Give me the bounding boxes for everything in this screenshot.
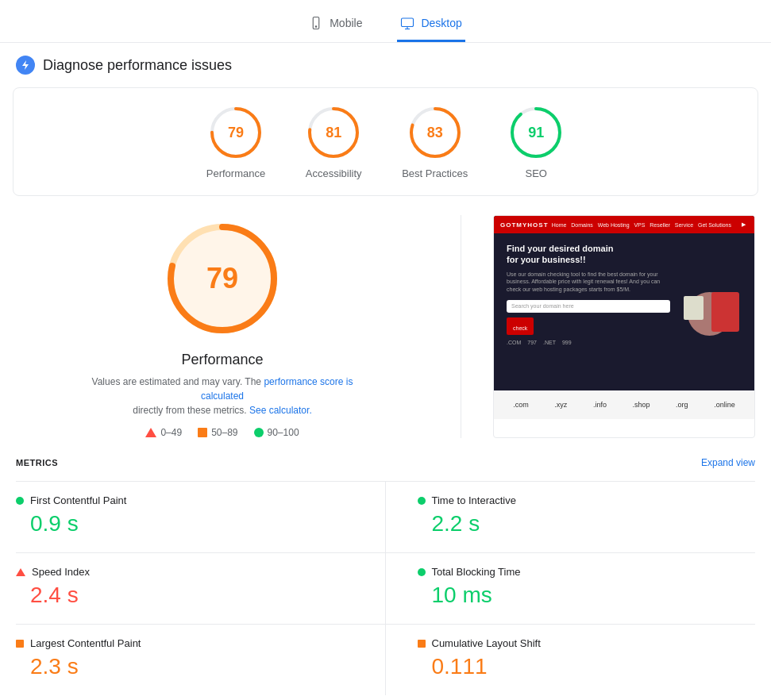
lightning-icon [20, 60, 31, 71]
performance-section-title: Performance [181, 352, 263, 368]
score-label-best-practices: Best Practices [402, 167, 468, 179]
tab-mobile[interactable]: Mobile [306, 10, 365, 42]
screenshot-search: Search your domain here [507, 300, 670, 313]
expand-view-button[interactable]: Expand view [701, 457, 755, 468]
metric-si-header: Speed Index [16, 566, 353, 578]
screenshot-cta-btn: ▶ [738, 220, 750, 229]
legend-average-range: 50–89 [211, 427, 237, 438]
screenshot-btn-text: check [513, 325, 527, 331]
metric-lcp-indicator [16, 640, 24, 648]
svg-point-1 [315, 26, 317, 28]
metric-fcp-value: 0.9 s [16, 511, 353, 537]
metric-fcp-indicator [16, 497, 24, 505]
top-nav: Mobile Desktop [0, 0, 771, 43]
performance-legend: 0–49 50–89 90–100 [145, 427, 299, 438]
legend-fail-range: 0–49 [160, 427, 182, 438]
performance-description: Values are estimated and may vary. The p… [79, 375, 365, 417]
score-value-performance: 79 [228, 125, 244, 141]
tab-mobile-label: Mobile [330, 17, 362, 29]
score-circle-best-practices: 83 [407, 104, 464, 161]
metrics-header: METRICS Expand view [16, 451, 755, 475]
metric-lcp-name: Largest Contentful Paint [30, 637, 141, 649]
score-value-accessibility: 81 [326, 125, 341, 141]
metric-tti-value: 2.2 s [418, 511, 743, 537]
score-item-seo: 91 SEO [507, 104, 565, 179]
page-header: Diagnose performance issues [0, 43, 771, 87]
score-circle-seo: 91 [507, 104, 565, 161]
score-circle-accessibility: 81 [305, 104, 362, 161]
tab-desktop-label: Desktop [421, 17, 461, 29]
metric-lcp: Largest Contentful Paint 2.3 s [16, 624, 386, 695]
score-label-performance: Performance [206, 167, 265, 179]
score-circle-performance: 79 [207, 104, 264, 161]
screenshot-server [711, 292, 739, 332]
screenshot-image [680, 243, 743, 365]
tab-desktop[interactable]: Desktop [397, 10, 465, 42]
score-item-performance: 79 Performance [206, 104, 265, 179]
metric-tti-name: Time to Interactive [432, 494, 516, 506]
tld-org: .org [676, 401, 688, 409]
stat-4: 999 [562, 340, 572, 345]
tld-info: .info [593, 401, 607, 409]
perf-desc-text3: directly from these metrics. [133, 405, 246, 416]
screenshot-stats: .COM 797 .NET 999 [507, 340, 670, 345]
screenshot-nav-links: Home Domains Web Hosting VPS Reseller Se… [552, 222, 731, 228]
tld-online: .online [714, 401, 735, 409]
screenshot-section: GOTMYHOST Home Domains Web Hosting VPS R… [493, 215, 755, 438]
score-label-seo: SEO [526, 167, 547, 179]
gauge-score-value: 79 [206, 262, 238, 295]
metric-cls-value: 0.111 [418, 654, 743, 679]
average-icon [198, 428, 207, 437]
metric-tbt: Total Blocking Time 10 ms [386, 552, 756, 624]
metric-tti: Time to Interactive 2.2 s [386, 481, 756, 552]
metric-cls-indicator [418, 640, 426, 648]
svg-marker-5 [22, 60, 29, 70]
score-value-seo: 91 [528, 125, 544, 141]
tld-com: .com [513, 401, 529, 409]
metric-fcp-header: First Contentful Paint [16, 494, 353, 506]
metrics-title: METRICS [16, 458, 58, 467]
screenshot-body: Find your desired domainfor your busines… [494, 233, 755, 375]
performance-gauge: 79 [159, 215, 286, 342]
main-content: 79 Performance Values are estimated and … [0, 196, 771, 451]
metric-tti-indicator [418, 497, 426, 505]
legend-pass: 90–100 [254, 427, 299, 438]
desktop-icon [400, 16, 414, 30]
score-item-best-practices: 83 Best Practices [402, 104, 468, 179]
legend-fail: 0–49 [145, 427, 182, 438]
pass-icon [254, 428, 264, 437]
metric-cls-name: Cumulative Layout Shift [432, 637, 541, 649]
mobile-icon [309, 16, 323, 30]
metric-tti-header: Time to Interactive [418, 494, 743, 506]
screenshot-heading: Find your desired domainfor your busines… [507, 243, 670, 266]
screenshot-topbar: GOTMYHOST Home Domains Web Hosting VPS R… [494, 216, 755, 233]
metric-lcp-value: 2.3 s [16, 654, 353, 679]
svg-rect-2 [402, 18, 414, 27]
legend-average: 50–89 [198, 427, 237, 438]
metric-tbt-name: Total Blocking Time [432, 566, 521, 578]
metrics-grid: First Contentful Paint 0.9 s Time to Int… [16, 481, 755, 695]
metric-si-value: 2.4 s [16, 583, 353, 608]
score-value-best-practices: 83 [427, 125, 443, 141]
screenshot-mock: GOTMYHOST Home Domains Web Hosting VPS R… [494, 216, 755, 390]
vertical-divider [461, 215, 461, 438]
metric-cls-header: Cumulative Layout Shift [418, 637, 743, 649]
tld-xyz: .xyz [554, 401, 567, 409]
metric-tbt-indicator [418, 568, 426, 576]
metric-si-indicator [16, 568, 25, 576]
header-icon [16, 56, 35, 75]
perf-calc-link[interactable]: See calculator. [249, 405, 312, 416]
metric-fcp: First Contentful Paint 0.9 s [16, 481, 386, 552]
screenshot-illustration [684, 272, 739, 336]
screenshot-tlds: .com .xyz .info .shop .org .online [494, 390, 754, 419]
page-title: Diagnose performance issues [43, 57, 232, 74]
metric-tbt-value: 10 ms [418, 583, 743, 608]
screenshot-check-btn: check [507, 317, 534, 335]
metric-si: Speed Index 2.4 s [16, 552, 386, 624]
performance-gauge-section: 79 Performance Values are estimated and … [16, 215, 429, 438]
metric-lcp-header: Largest Contentful Paint [16, 637, 353, 649]
score-section: 79 Performance 81 Accessibility [13, 87, 758, 196]
legend-pass-range: 90–100 [268, 427, 299, 438]
stat-3: .NET [543, 340, 556, 345]
stat-1: .COM [507, 340, 521, 345]
